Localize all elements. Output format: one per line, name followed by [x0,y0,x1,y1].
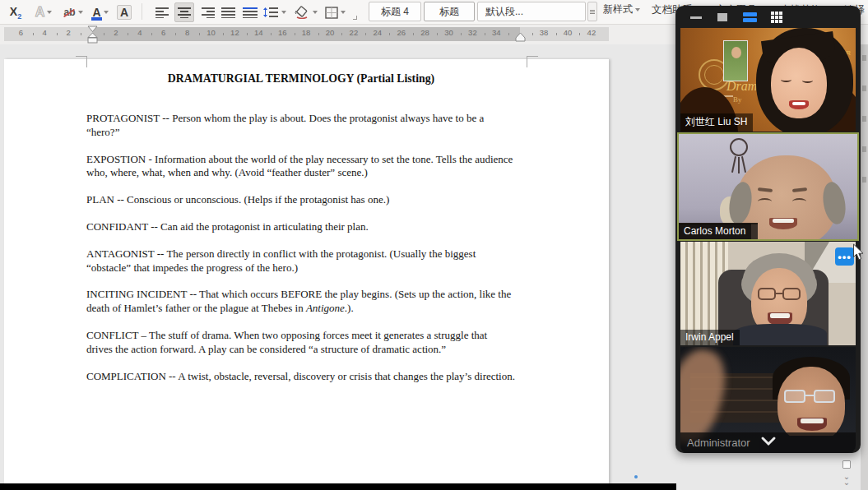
ruler-number: 6 [161,28,165,37]
ruler-number: 34 [492,28,501,37]
video-tile-carlos-active[interactable]: Carlos Morton [677,132,859,241]
video-panel-header [675,6,861,28]
ruler-number: 40 [564,28,573,37]
document-body: PROTAGONIST -- Person whom the play is a… [86,112,516,396]
new-style-label: 新样式 [603,2,633,16]
ruler-number: 2 [66,28,70,37]
ruler-number: 14 [254,28,263,37]
shading-bucket-icon [294,6,310,19]
ruler-number: 8 [185,28,189,37]
subscript-button[interactable]: X2 [5,2,26,22]
speaker-view-button[interactable] [713,11,731,24]
doc-paragraph: CONFIDANT -- Can aid the protagonist in … [86,220,516,234]
borders-button[interactable] [321,2,349,22]
font-color-icon: A [92,6,100,19]
doc-paragraph: COMPLICATION -- A twist, obstacle, rever… [86,370,516,384]
minimize-button[interactable] [687,11,705,24]
line-spacing-icon [263,7,279,18]
justify-icon [221,7,236,18]
phonetic-guide-icon: ab [63,7,75,18]
video-tile-liu[interactable]: THEATER/ DANCE Dram By 刘世红 Liu SH [680,28,856,132]
distribute-text-icon [243,7,258,18]
scroll-next-icon[interactable]: ⌄⌄ [842,474,852,485]
doc-paragraph: INCITING INCIDENT -- That which occurs B… [86,288,516,316]
style-gallery-scroll[interactable] [587,2,597,21]
subscript-icon: X2 [10,5,21,21]
ruler-number: 2 [114,28,118,37]
anchor-dot [634,475,638,478]
align-left-button[interactable] [153,2,173,22]
margin-crop-mark [527,56,538,67]
style-default-paragraph[interactable]: 默认段... [477,2,586,21]
doc-paragraph: PROTAGONIST -- Person whom the play is a… [86,112,516,140]
doc-paragraph: ANTAGONIST -- The person directly in con… [86,247,516,275]
ruler-number: 22 [350,28,359,37]
more-options-button[interactable]: ••• [835,247,854,266]
ruler-number: 4 [43,28,47,37]
shading-button[interactable] [291,2,319,22]
gallery-strip-view-button[interactable] [740,11,759,24]
align-right-icon [200,7,215,18]
document-title: DRAMATURGIAL TERMINOLOGY (Partial Listin… [86,72,516,86]
bottom-black-bar [0,483,676,490]
ruler-number: 16 [278,28,287,37]
video-conference-panel: THEATER/ DANCE Dram By 刘世红 Liu SH [675,6,861,453]
new-style-button[interactable]: 新样式 [603,2,640,16]
ruler-number: 30 [444,28,453,37]
align-center-icon [177,7,192,18]
borders-grid-icon [325,7,338,19]
next-page-button[interactable] [842,460,851,469]
phonetic-guide-button[interactable]: ab [59,2,87,22]
participant-name-label: Administrator [680,437,750,449]
collapse-chevron-icon[interactable] [759,436,777,447]
align-right-button[interactable] [197,2,217,22]
ruler-number: 26 [397,28,406,37]
by-text: By [733,95,742,104]
chevron-down-icon [341,11,346,14]
ruler-number: 24 [374,28,383,37]
ruler-number: 20 [326,28,335,37]
speaker-view-icon [717,13,727,21]
align-center-button[interactable] [174,2,194,22]
character-shading-button[interactable]: A [114,2,135,22]
chevron-down-icon [635,8,640,12]
participant-name-label: 刘世红 Liu SH [680,113,753,132]
align-left-icon [155,7,170,18]
participant-name-label: Irwin Appel [680,330,740,345]
participant-name-label: Carlos Morton [679,224,751,239]
ruler-number: 12 [230,28,239,37]
character-shading-icon: A [117,5,132,20]
style-heading[interactable]: 标题 [424,2,475,21]
video-tile-administrator[interactable]: Administrator [680,347,856,453]
ruler-number: 18 [302,28,311,37]
chevron-down-icon [47,11,52,14]
ruler-number: 6 [19,28,23,37]
doc-paragraph: CONFLICT – The stuff of drama. When two … [86,329,516,357]
margin-crop-mark [76,56,87,67]
ruler-number: 32 [468,28,477,37]
dreamcatcher [730,138,748,156]
font-color-button[interactable]: A [87,2,114,22]
justify-button[interactable] [219,2,239,22]
dialog-launcher-icon[interactable] [353,16,357,20]
video-tile-irwin[interactable]: ••• Irwin Appel [680,242,856,345]
ruler-number: 38 [540,28,549,37]
chevron-down-icon [78,11,83,14]
line-spacing-button[interactable] [262,2,288,22]
ruler-number: 28 [420,28,429,37]
chevron-down-icon [313,11,318,14]
indent-markers[interactable] [87,25,98,44]
distribute-text-button[interactable] [240,2,260,22]
style-heading4[interactable]: 标题 4 [369,2,421,21]
panel-bottom-bar: Administrator [680,432,856,453]
chevron-down-icon [281,11,286,14]
grid-view-button[interactable] [768,11,786,24]
drama-text: Dram [726,79,757,94]
right-indent-marker[interactable] [515,32,526,43]
ruler-number: 4 [137,28,142,37]
text-effects-button[interactable]: A [30,2,58,22]
mouse-cursor [852,243,865,261]
text-effects-icon: A [35,5,45,20]
grid-view-icon [771,12,782,23]
screen: X2 A ab A A [0,0,868,490]
